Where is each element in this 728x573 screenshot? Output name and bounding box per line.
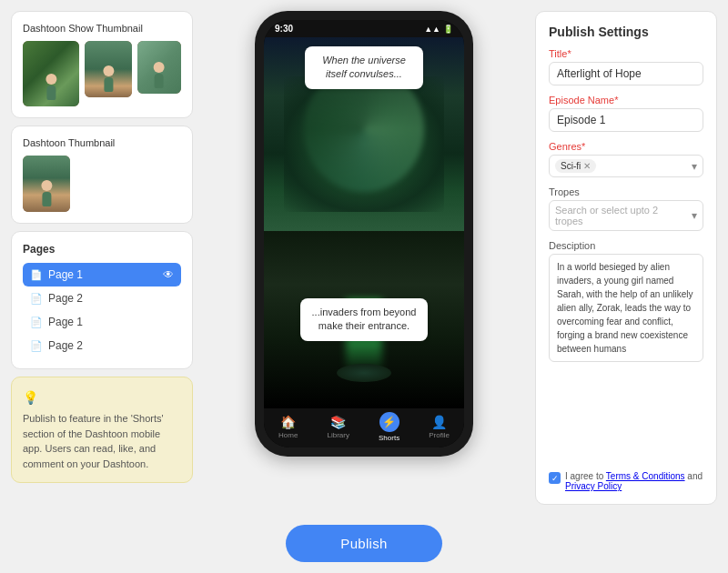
shorts-icon: ⚡ (379, 412, 399, 432)
dashtoon-show-thumbnail-section: Dashtoon Show Thumbnail (11, 11, 193, 118)
title-required: * (567, 48, 571, 59)
page-item-2[interactable]: 📄 Page 1 (23, 310, 181, 334)
phone-time: 9:30 (275, 24, 293, 34)
description-field-group: Desciption In a world besieged by alien … (549, 240, 703, 362)
dashtoon-thumbnails (23, 156, 181, 212)
title-input[interactable] (549, 62, 703, 85)
speech-bubble-2: ...invaders from beyond make their entra… (300, 298, 428, 341)
pages-section: Pages 📄 Page 1 👁 📄 Page 2 📄 Page 1 📄 Pag… (11, 231, 193, 369)
page-icon-0: 📄 (30, 269, 43, 281)
terms-link[interactable]: Terms & Conditions (606, 471, 685, 481)
nav-shorts-label: Shorts (379, 434, 399, 442)
left-panel: Dashtoon Show Thumbnail (11, 11, 193, 505)
bottom-bar: Publish (0, 516, 728, 573)
library-icon: 📚 (330, 415, 346, 429)
agreement-text: I agree to Terms & Conditions and Privac… (565, 471, 703, 491)
scene-2: ...invaders from beyond make their entra… (264, 231, 464, 408)
dashtoon-show-label: Dashtoon Show Thumbnail (23, 23, 181, 34)
publish-note: 💡 Publish to feature in the 'Shorts' sec… (11, 377, 193, 483)
agreement-checkbox[interactable] (549, 472, 561, 484)
tropes-label: Tropes (549, 186, 703, 197)
genres-label: Genres* (549, 141, 703, 152)
settings-title: Publish Settings (549, 25, 703, 39)
episode-field-group: Episode Name* (549, 95, 703, 132)
profile-icon: 👤 (431, 415, 447, 429)
publish-note-text: Publish to feature in the 'Shorts' secti… (23, 413, 164, 469)
nav-shorts[interactable]: ⚡ Shorts (379, 412, 399, 442)
description-label: Desciption (549, 240, 703, 251)
dashtoon-show-thumbnails (23, 41, 181, 106)
nav-library-label: Library (327, 431, 349, 439)
dashtoon-label: Dashtoon Thumbnail (23, 137, 181, 148)
info-icon: 💡 (23, 388, 181, 407)
nav-profile-label: Profile (429, 431, 450, 439)
tropes-select[interactable]: Search or select upto 2 tropes ▾ (549, 200, 703, 231)
eye-icon-0: 👁 (163, 268, 174, 281)
genre-tag-label: Sci-fi (561, 161, 581, 171)
scene-1: When the universe itself convulses... (264, 37, 464, 231)
signal-icon: ▲▲ (424, 25, 440, 34)
title-field-group: Title* (549, 48, 703, 85)
page-name-0: Page 1 (48, 268, 157, 281)
nav-home[interactable]: 🏠 Home (278, 415, 298, 439)
genres-select[interactable]: Sci-fi ✕ ▾ (549, 155, 703, 177)
tropes-placeholder: Search or select upto 2 tropes (555, 205, 688, 226)
page-icon-1: 📄 (30, 293, 43, 305)
page-icon-2: 📄 (30, 317, 43, 328)
title-label: Title* (549, 48, 703, 59)
page-name-2: Page 1 (48, 316, 174, 328)
tropes-field-group: Tropes Search or select upto 2 tropes ▾ (549, 186, 703, 231)
genres-field-group: Genres* Sci-fi ✕ ▾ (549, 141, 703, 177)
page-item-1[interactable]: 📄 Page 2 (23, 286, 181, 310)
show-thumb-1 (23, 41, 79, 106)
show-thumb-2 (85, 41, 132, 97)
nav-profile[interactable]: 👤 Profile (429, 415, 450, 439)
phone-screen: 9:30 ▲▲ 🔋 When the universe itself convu… (264, 20, 464, 447)
wifi-icon: 🔋 (443, 25, 453, 34)
show-thumb-3 (137, 41, 181, 94)
dashtoon-thumbnail-section: Dashtoon Thumbnail (11, 126, 193, 224)
page-item-0[interactable]: 📄 Page 1 👁 (23, 263, 181, 286)
phone-nav-bar: 🏠 Home 📚 Library ⚡ Shorts 👤 (264, 408, 464, 447)
phone-status-bar: 9:30 ▲▲ 🔋 (264, 20, 464, 37)
episode-required: * (614, 95, 618, 106)
center-panel: 9:30 ▲▲ 🔋 When the universe itself convu… (202, 11, 526, 505)
agreement-row: I agree to Terms & Conditions and Privac… (549, 471, 703, 491)
page-name-1: Page 2 (48, 292, 174, 305)
genre-tag-remove[interactable]: ✕ (583, 161, 591, 171)
thumb-1 (23, 156, 70, 212)
publish-button[interactable]: Publish (286, 525, 441, 562)
tropes-chevron: ▾ (692, 209, 697, 222)
page-item-3[interactable]: 📄 Page 2 (23, 334, 181, 357)
nav-library[interactable]: 📚 Library (327, 415, 349, 439)
planet-effect (337, 364, 391, 382)
home-icon: 🏠 (280, 415, 296, 429)
nav-home-label: Home (278, 431, 298, 439)
right-panel: Publish Settings Title* Episode Name* Ge… (535, 11, 717, 505)
episode-input[interactable] (549, 108, 703, 132)
privacy-link[interactable]: Privacy Policy (565, 481, 622, 491)
episode-label: Episode Name* (549, 95, 703, 106)
page-name-3: Page 2 (48, 339, 174, 352)
page-icon-3: 📄 (30, 340, 43, 352)
status-icons: ▲▲ 🔋 (424, 25, 453, 34)
genres-required: * (581, 141, 585, 152)
speech-bubble-1: When the universe itself convulses... (305, 46, 423, 89)
genres-chevron: ▾ (692, 160, 697, 173)
pages-label: Pages (23, 243, 181, 256)
description-text[interactable]: In a world besieged by alien invaders, a… (549, 254, 703, 362)
phone-mockup: 9:30 ▲▲ 🔋 When the universe itself convu… (255, 11, 473, 457)
genre-tag: Sci-fi ✕ (555, 159, 596, 173)
